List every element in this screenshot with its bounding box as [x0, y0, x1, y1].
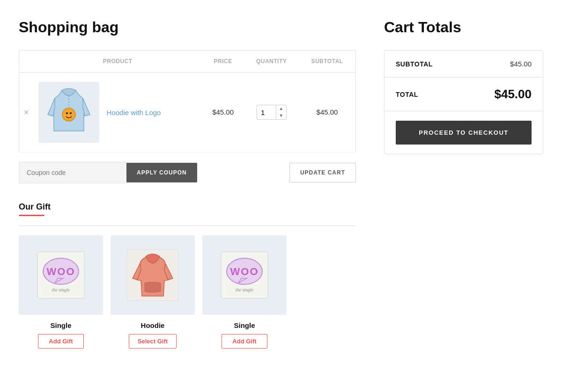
- gift-add-button-1[interactable]: Add Gift: [38, 334, 83, 348]
- cart-table: PRODUCT PRICE QUANTITY SUBTOTAL ×: [19, 50, 356, 152]
- subtotal-row: SUBTOTAL $45.00: [385, 51, 543, 78]
- gift-card-image-3: WOO the single: [202, 235, 287, 315]
- gift-select-button[interactable]: Select Gift: [129, 334, 177, 348]
- gift-card-name-1: Single: [50, 321, 71, 329]
- quantity-input[interactable]: [257, 106, 276, 119]
- gift-card-single-2: WOO the single Single Add Gift: [202, 235, 287, 348]
- right-column: Cart Totals SUBTOTAL $45.00 TOTAL $45.00…: [384, 19, 543, 348]
- shopping-bag-title: Shopping bag: [19, 19, 356, 36]
- svg-text:the single: the single: [52, 287, 70, 292]
- svg-text:the single: the single: [236, 287, 254, 292]
- table-row: ×: [19, 73, 356, 152]
- gift-cards: WOO the single Single Add Gift: [19, 235, 356, 348]
- svg-text:WOO: WOO: [47, 266, 75, 277]
- coupon-input[interactable]: [19, 162, 126, 183]
- col-product: PRODUCT: [34, 51, 202, 73]
- svg-point-2: [70, 112, 72, 114]
- left-column: Shopping bag PRODUCT PRICE QUANTITY SUBT…: [19, 19, 356, 348]
- qty-down-button[interactable]: ▼: [276, 112, 286, 119]
- apply-coupon-button[interactable]: APPLY COUPON: [126, 163, 197, 182]
- quantity-stepper[interactable]: ▲ ▼: [257, 105, 287, 120]
- cart-totals-title: Cart Totals: [384, 19, 543, 36]
- subtotal-label: SUBTOTAL: [396, 60, 433, 68]
- coupon-row: APPLY COUPON UPDATE CART: [19, 162, 356, 183]
- proceed-to-checkout-button[interactable]: PROCEED TO CHECKOUT: [396, 121, 532, 145]
- gift-card-name-3: Single: [234, 321, 255, 329]
- total-value: $45.00: [494, 87, 532, 102]
- total-label: TOTAL: [396, 91, 418, 98]
- remove-item-button[interactable]: ×: [19, 73, 34, 152]
- product-image: [38, 82, 99, 143]
- item-subtotal: $45.00: [317, 108, 338, 116]
- item-price: $45.00: [212, 108, 234, 116]
- gift-add-button-2[interactable]: Add Gift: [222, 334, 267, 348]
- col-price: PRICE: [202, 51, 244, 73]
- subtotal-value: $45.00: [510, 60, 532, 68]
- gift-title-underline: [19, 215, 44, 216]
- gift-card-single-1: WOO the single Single Add Gift: [19, 235, 103, 348]
- gift-card-image-1: WOO the single: [19, 235, 103, 315]
- our-gift-section: Our Gift WOO: [19, 202, 356, 348]
- our-gift-title: Our Gift: [19, 202, 356, 212]
- total-row: TOTAL $45.00: [385, 78, 543, 111]
- product-name-link[interactable]: Hoodie with Logo: [107, 109, 161, 116]
- gift-card-hoodie: Hoodie Select Gift: [111, 235, 195, 348]
- cart-totals-box: SUBTOTAL $45.00 TOTAL $45.00 PROCEED TO …: [384, 50, 543, 154]
- svg-point-1: [66, 112, 68, 114]
- qty-up-button[interactable]: ▲: [276, 105, 286, 112]
- col-subtotal: SUBTOTAL: [299, 51, 355, 73]
- gift-divider: [19, 225, 356, 226]
- gift-card-name-2: Hoodie: [141, 321, 165, 329]
- gift-card-image-2: [111, 235, 195, 315]
- product-cell-inner: Hoodie with Logo: [38, 82, 198, 143]
- svg-point-0: [62, 108, 75, 121]
- col-quantity: QUANTITY: [244, 51, 299, 73]
- svg-text:WOO: WOO: [230, 266, 259, 277]
- update-cart-button[interactable]: UPDATE CART: [289, 163, 356, 182]
